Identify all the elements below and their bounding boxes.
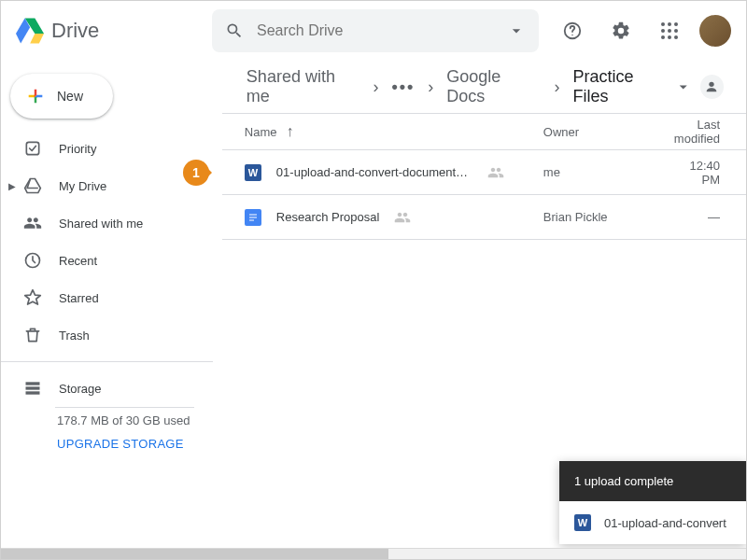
- file-name: Research Proposal: [276, 210, 380, 224]
- sort-arrow-icon: ↑: [287, 123, 294, 140]
- help-button[interactable]: [554, 12, 591, 49]
- sidebar: New Priority ▶ My Drive Shared with me R…: [1, 61, 222, 559]
- search-icon: [225, 21, 244, 40]
- shared-indicator[interactable]: [700, 75, 724, 99]
- app-name: Drive: [51, 19, 99, 43]
- priority-icon: [23, 139, 42, 158]
- sidebar-item-recent[interactable]: Recent: [1, 242, 213, 279]
- breadcrumb-overflow[interactable]: •••: [389, 74, 416, 101]
- breadcrumb-item[interactable]: Shared with me: [245, 63, 362, 110]
- chevron-right-icon: ›: [422, 77, 439, 97]
- file-modified: 12:40 PM: [674, 159, 724, 187]
- apps-grid-icon: [661, 22, 678, 39]
- gdoc-file-icon: [245, 209, 261, 226]
- file-modified: —: [674, 210, 724, 224]
- column-name[interactable]: Name ↑: [245, 123, 543, 140]
- chevron-right-icon: ›: [367, 77, 384, 97]
- sidebar-item-priority[interactable]: Priority: [1, 130, 213, 167]
- gear-icon: [611, 21, 631, 41]
- breadcrumb-current[interactable]: Practice Files: [571, 63, 694, 110]
- breadcrumb-item[interactable]: Google Docs: [444, 63, 543, 110]
- plus-icon: [25, 86, 46, 106]
- file-owner: me: [543, 165, 674, 179]
- svg-rect-14: [26, 386, 40, 389]
- shared-icon: [23, 214, 42, 232]
- chevron-down-icon: [674, 77, 692, 96]
- sidebar-item-label: Starred: [59, 291, 99, 305]
- search-box[interactable]: [212, 9, 539, 52]
- svg-point-16: [710, 82, 714, 87]
- shared-file-icon: [487, 164, 504, 181]
- svg-rect-11: [26, 142, 38, 154]
- header-right: [554, 12, 731, 49]
- file-row[interactable]: Research Proposal Brian Pickle —: [222, 195, 746, 240]
- upgrade-storage-link[interactable]: UPGRADE STORAGE: [57, 437, 213, 451]
- sidebar-item-starred[interactable]: Starred: [1, 279, 213, 316]
- settings-button[interactable]: [602, 12, 640, 49]
- svg-point-7: [674, 29, 678, 33]
- help-icon: [562, 21, 583, 41]
- avatar[interactable]: [699, 15, 731, 47]
- drive-logo-icon: [16, 18, 44, 44]
- search-input[interactable]: [257, 22, 494, 39]
- recent-icon: [23, 251, 42, 270]
- toast-body: W 01-upload-and-convert: [559, 501, 746, 544]
- svg-point-9: [668, 35, 671, 39]
- new-button[interactable]: New: [10, 74, 113, 119]
- header: Drive: [1, 1, 746, 61]
- file-name: 01-upload-and-convert-documents.d…: [276, 165, 472, 179]
- column-modified[interactable]: Last modified: [674, 118, 724, 146]
- upload-toast[interactable]: 1 upload complete W 01-upload-and-conver…: [559, 461, 746, 544]
- word-file-icon: W: [245, 164, 261, 181]
- svg-rect-15: [26, 391, 40, 394]
- sidebar-item-label: Trash: [59, 329, 90, 343]
- sidebar-item-label: Storage: [59, 382, 102, 396]
- dropdown-icon[interactable]: [507, 21, 526, 40]
- storage-icon: [23, 379, 42, 398]
- svg-point-8: [661, 35, 665, 39]
- breadcrumb: Shared with me › ••• › Google Docs › Pra…: [222, 61, 746, 113]
- sidebar-item-label: Shared with me: [59, 217, 143, 231]
- word-file-icon: W: [574, 514, 591, 531]
- sidebar-item-my-drive[interactable]: ▶ My Drive: [1, 167, 213, 204]
- logo-area[interactable]: Drive: [16, 18, 212, 44]
- svg-point-6: [668, 29, 671, 33]
- sidebar-item-label: Priority: [59, 142, 96, 156]
- svg-rect-13: [26, 382, 40, 385]
- toast-title: 1 upload complete: [559, 461, 746, 501]
- sidebar-item-storage[interactable]: Storage: [1, 370, 213, 407]
- chevron-right-icon: ›: [548, 77, 565, 97]
- callout-marker: 1: [183, 160, 209, 186]
- sidebar-item-label: Recent: [59, 254, 97, 268]
- svg-point-3: [668, 22, 671, 26]
- my-drive-icon: [23, 176, 42, 195]
- file-owner: Brian Pickle: [543, 210, 674, 224]
- sidebar-item-shared[interactable]: Shared with me: [1, 204, 213, 242]
- divider: [1, 361, 213, 362]
- star-icon: [23, 288, 42, 307]
- storage-info: 178.7 MB of 30 GB used UPGRADE STORAGE: [1, 407, 213, 451]
- apps-button[interactable]: [651, 12, 688, 49]
- storage-used: 178.7 MB of 30 GB used: [57, 413, 213, 427]
- svg-point-5: [661, 29, 665, 33]
- horizontal-scrollbar[interactable]: [1, 548, 746, 559]
- shared-file-icon: [394, 209, 411, 226]
- svg-point-2: [661, 22, 665, 26]
- svg-point-10: [674, 35, 678, 39]
- expand-icon[interactable]: ▶: [8, 181, 16, 191]
- person-icon: [704, 79, 719, 94]
- sidebar-item-label: My Drive: [59, 179, 106, 193]
- new-label: New: [57, 89, 83, 104]
- svg-point-1: [571, 35, 572, 35]
- toast-file-name: 01-upload-and-convert: [604, 516, 726, 530]
- file-row[interactable]: 1 W 01-upload-and-convert-documents.d… m…: [222, 150, 746, 195]
- column-owner[interactable]: Owner: [543, 125, 674, 139]
- trash-icon: [23, 326, 42, 344]
- sidebar-item-trash[interactable]: Trash: [1, 316, 213, 354]
- svg-point-4: [674, 22, 678, 26]
- list-header: Name ↑ Owner Last modified: [222, 113, 746, 150]
